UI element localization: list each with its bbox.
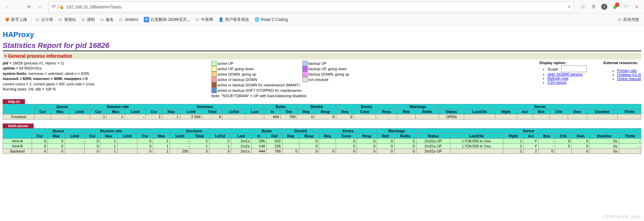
csv-export-link[interactable]: CSV export xyxy=(547,80,566,84)
cell: 0 xyxy=(336,114,354,119)
cell: 0 xyxy=(336,149,357,154)
proxy-name: html-server xyxy=(3,123,34,128)
url-text: 192.168.31.186/admin?stats xyxy=(66,4,565,9)
bookmark-item[interactable]: 🗀服务 xyxy=(98,16,116,23)
url-bar[interactable]: 🛡 ⧸🔒 192.168.31.186/admin?stats ☆ xyxy=(48,1,574,12)
bookmark-item[interactable]: 🗀课程 xyxy=(79,16,97,23)
cell: 0 xyxy=(394,144,416,149)
cell: 0 xyxy=(377,144,395,149)
cell: 1 xyxy=(100,144,117,149)
cell: - xyxy=(539,144,555,149)
cell: 2m1s xyxy=(231,149,251,154)
legend: active UPactive UP, going downactive DOW… xyxy=(211,61,349,98)
page-title: HAProxy xyxy=(3,30,641,39)
cell: 0 xyxy=(555,144,572,149)
reload-button[interactable]: ⟳ xyxy=(24,2,34,11)
legend-item: active or backup SOFT STOPPED for mainte… xyxy=(211,88,302,93)
cell: 2m1s xyxy=(231,139,251,144)
bookmark-item[interactable]: 🗀Jenkins xyxy=(117,17,140,23)
hide-down-link[interactable]: Hide 'DOWN' servers xyxy=(547,72,582,76)
cell: 1 xyxy=(145,114,162,119)
cell: 0 xyxy=(48,144,65,149)
legend-swatch xyxy=(211,88,217,93)
counter-badge[interactable]: 2 xyxy=(600,2,609,11)
bookmark-item[interactable]: 👤用户登录系统 xyxy=(216,16,251,23)
cell xyxy=(533,114,550,119)
cell: - xyxy=(539,139,555,144)
cell: - xyxy=(125,114,145,119)
cell: 0 xyxy=(299,139,319,144)
cell: 296 xyxy=(251,139,267,144)
shield-icon: 🛡 xyxy=(52,4,56,9)
table-row: html-B00-0101-112m2s148236000002m31s UPL… xyxy=(3,144,641,149)
menu-icon[interactable]: ≡ xyxy=(632,2,641,11)
legend-swatch xyxy=(302,61,308,66)
legend-item: not checked xyxy=(302,77,349,82)
cell: - xyxy=(65,139,84,144)
cell: 0 xyxy=(572,149,590,154)
home-button[interactable]: ⌂ xyxy=(35,2,44,11)
cell xyxy=(223,114,245,119)
cell xyxy=(517,114,533,119)
cell: 0 xyxy=(539,149,555,154)
cell: - xyxy=(619,139,641,144)
star-icon[interactable]: ☆ xyxy=(567,4,571,9)
refresh-link[interactable]: Refresh now xyxy=(547,76,568,80)
shield-green-icon[interactable]: 🛡 xyxy=(621,2,631,11)
table-row: Backend000101205332m1s44476800000002m31s… xyxy=(3,149,641,154)
bookmark-item[interactable]: 🗀牛客网 xyxy=(194,16,215,23)
cell: 1 xyxy=(100,139,117,144)
cell: 0 xyxy=(137,144,153,149)
cell: 1 xyxy=(153,139,170,144)
back-button[interactable]: ← xyxy=(3,2,12,11)
lock-slash-icon: ⧸🔒 xyxy=(58,4,64,9)
extension-icon[interactable]: 🧩1 xyxy=(610,2,620,11)
cell: L7OK/200 in 1ms xyxy=(450,144,503,149)
cell: 0 xyxy=(572,139,590,144)
cell: 0s xyxy=(590,144,619,149)
legend-swatch xyxy=(302,66,308,72)
cell: 532 xyxy=(267,139,282,144)
browser-toolbar: ← → ⟳ ⌂ 🛡 ⧸🔒 192.168.31.186/admin?stats … xyxy=(0,0,644,14)
legend-item: active or backup DOWN xyxy=(211,77,302,82)
legend-note: Note: "NOLB"/"DRAIN" = UP with load-bala… xyxy=(211,94,349,98)
cell: 0 xyxy=(357,144,377,149)
ext-link[interactable]: Online manual xyxy=(617,77,641,81)
cell: 0 xyxy=(555,139,572,144)
cell: 2 xyxy=(503,149,523,154)
table-row: html-A00-0101-222m1s296532000002m31s UPL… xyxy=(3,139,641,144)
bookmark-item[interactable]: 🌐Road 2 Coding xyxy=(252,17,290,23)
folder-icon: 🗀 xyxy=(100,17,104,22)
cell: 1 xyxy=(162,114,180,119)
cell: 2m31s UP xyxy=(416,139,450,144)
cell xyxy=(495,114,517,119)
cell xyxy=(319,139,336,144)
bookmark-item[interactable]: 🗀云计算 xyxy=(34,16,55,23)
cell: 2 xyxy=(190,139,209,144)
cell: 0 xyxy=(137,149,153,154)
cell: 0 xyxy=(32,144,48,149)
cell xyxy=(117,139,137,144)
bookmark-item[interactable]: 🦊新手上路 xyxy=(3,16,29,23)
library-icon[interactable]: ☰ xyxy=(589,2,598,11)
bookmark-item[interactable]: 译百度翻译-200种语言... xyxy=(142,16,192,23)
cell xyxy=(319,144,336,149)
ext-link[interactable]: Primary site xyxy=(617,68,637,73)
cell: 0 xyxy=(377,149,395,154)
ext-link[interactable]: Updates (v1.5) xyxy=(617,73,641,77)
cell xyxy=(376,114,397,119)
cell: 0s xyxy=(590,149,619,154)
other-bookmarks[interactable]: 🗀其他书签 xyxy=(616,16,641,23)
cell: 0 xyxy=(377,139,395,144)
legend-item: backup UP, going down xyxy=(302,66,349,72)
firefox-icon: 🦊 xyxy=(5,17,10,22)
legend-swatch xyxy=(302,72,308,77)
scope-input[interactable] xyxy=(561,65,587,72)
pocket-icon[interactable]: ⬡ xyxy=(578,2,587,11)
cell xyxy=(282,144,299,149)
cell: 2m2s xyxy=(231,144,251,149)
cell: 3 xyxy=(190,149,209,154)
cell: 4 xyxy=(202,114,223,119)
bookmark-item[interactable]: 🗀资源站 xyxy=(57,16,78,23)
cell: - xyxy=(619,144,641,149)
